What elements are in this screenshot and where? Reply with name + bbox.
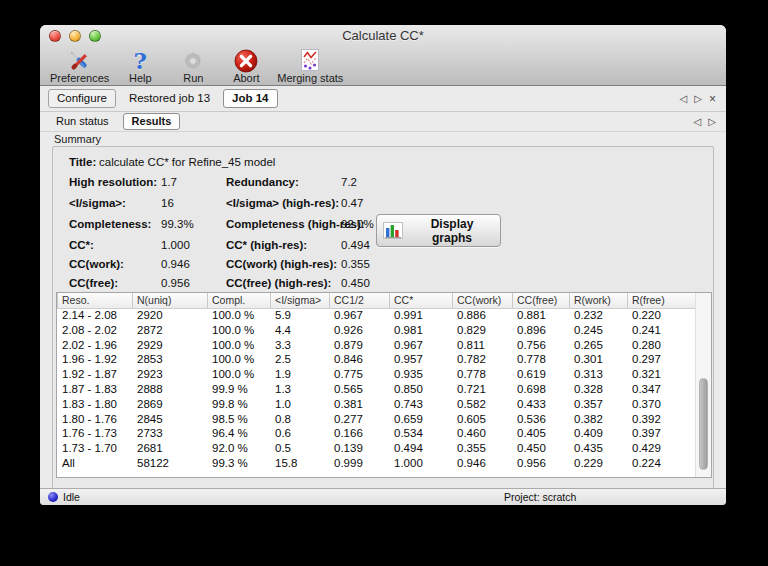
summary-value: 16 (161, 196, 174, 210)
table-cell: 0.846 (329, 352, 389, 367)
statistics-table: Reso.N(uniq)Compl.<I/sigma>CC1/2CC*CC(wo… (56, 292, 712, 478)
column-header[interactable]: N(uniq) (132, 293, 207, 308)
summary-label: Completeness: (69, 217, 151, 231)
vertical-scrollbar[interactable] (695, 293, 711, 477)
summary-label: <I/sigma> (high-res): (226, 196, 339, 210)
toolbar-label: Abort (233, 73, 259, 84)
tab-close-icon[interactable]: × (709, 94, 716, 104)
table-cell: 0.229 (569, 456, 627, 471)
table-cell: 2845 (132, 412, 207, 427)
subtab-results[interactable]: Results (123, 113, 181, 130)
column-header[interactable]: CC(free) (512, 293, 569, 308)
toolbar-label: Help (129, 73, 152, 84)
table-cell: 99.9 % (207, 382, 270, 397)
table-cell: 0.956 (512, 456, 569, 471)
preferences-button[interactable]: Preferences (50, 48, 109, 84)
table-cell: 0.460 (452, 426, 512, 441)
table-cell: 0.347 (627, 382, 696, 397)
table-body: 2.14 - 2.082920100.0 %5.90.9670.9910.886… (57, 308, 696, 477)
summary-value: 0.450 (341, 276, 370, 290)
column-header[interactable]: R(free) (627, 293, 696, 308)
summary-panel: Title: calculate CC* for Refine_45 model… (52, 146, 714, 494)
abort-button[interactable]: Abort (224, 48, 268, 84)
table-cell: 0.232 (569, 308, 627, 323)
table-cell: 15.8 (270, 456, 329, 471)
column-header[interactable]: Compl. (207, 293, 270, 308)
table-cell: 0.534 (389, 426, 452, 441)
table-cell: 0.775 (329, 367, 389, 382)
column-header[interactable]: R(work) (569, 293, 627, 308)
table-row[interactable]: 2.02 - 1.962929100.0 %3.30.8790.9670.811… (57, 338, 696, 353)
column-header[interactable]: <I/sigma> (270, 293, 329, 308)
table-cell: 0.829 (452, 323, 512, 338)
tab-job-14[interactable]: Job 14 (223, 89, 277, 108)
subtab-scroll-left-icon[interactable]: ◁ (694, 117, 702, 127)
table-row[interactable]: 1.76 - 1.73273396.4 %0.60.1660.5340.4600… (57, 426, 696, 441)
table-cell: 1.76 - 1.73 (57, 426, 132, 441)
table-cell: 0.967 (389, 338, 452, 353)
table-cell: 0.811 (452, 338, 512, 353)
table-cell: 0.328 (569, 382, 627, 397)
result-subtab-bar: Run status Results ◁ ▷ (40, 112, 726, 132)
table-cell: 1.0 (270, 397, 329, 412)
summary-title-row: Title: calculate CC* for Refine_45 model (53, 155, 713, 169)
tab-restored-job-13[interactable]: Restored job 13 (121, 90, 218, 107)
subtab-run-status[interactable]: Run status (48, 114, 117, 129)
table-cell: 0.405 (512, 426, 569, 441)
column-header[interactable]: CC* (389, 293, 452, 308)
table-row[interactable]: 1.83 - 1.80286999.8 %1.00.3810.7430.5820… (57, 397, 696, 412)
summary-value: 0.355 (341, 257, 370, 271)
summary-value: 0.946 (161, 257, 190, 271)
table-cell: 1.000 (389, 456, 452, 471)
table-row[interactable]: 1.87 - 1.83288899.9 %1.30.5650.8500.7210… (57, 382, 696, 397)
table-row[interactable]: 1.92 - 1.872923100.0 %1.90.7750.9350.778… (57, 367, 696, 382)
table-cell: 0.991 (389, 308, 452, 323)
table-cell: 92.0 % (207, 441, 270, 456)
table-cell: 0.6 (270, 426, 329, 441)
table-row[interactable]: 1.96 - 1.922853100.0 %2.50.8460.9570.782… (57, 352, 696, 367)
table-cell: 4.4 (270, 323, 329, 338)
table-row[interactable]: 2.08 - 2.022872100.0 %4.40.9260.9810.829… (57, 323, 696, 338)
table-cell: 0.265 (569, 338, 627, 353)
run-button[interactable]: Run (171, 48, 215, 84)
table-cell: 0.280 (627, 338, 696, 353)
tab-scroll-left-icon[interactable]: ◁ (680, 94, 688, 104)
column-header[interactable]: CC(work) (452, 293, 512, 308)
scrollbar-thumb[interactable] (699, 378, 708, 470)
table-cell: 0.743 (389, 397, 452, 412)
summary-title-label: Title: (69, 155, 96, 169)
table-row[interactable]: 2.14 - 2.082920100.0 %5.90.9670.9910.886… (57, 308, 696, 323)
display-graphs-label: Display graphs (410, 217, 494, 245)
table-cell: 0.139 (329, 441, 389, 456)
table-cell: 2929 (132, 338, 207, 353)
table-cell: 0.494 (389, 441, 452, 456)
help-button[interactable]: ? Help (118, 48, 162, 84)
table-row[interactable]: All5812299.3 %15.80.9991.0000.9460.9560.… (57, 456, 696, 471)
table-cell: 0.297 (627, 352, 696, 367)
column-header[interactable]: Reso. (57, 293, 132, 308)
project-label: Project: scratch (504, 491, 576, 503)
table-row[interactable]: 1.80 - 1.76284598.5 %0.80.2770.6590.6050… (57, 412, 696, 427)
table-cell: 99.8 % (207, 397, 270, 412)
table-cell: 0.370 (627, 397, 696, 412)
summary-value: 1.000 (161, 238, 190, 252)
tab-scroll-right-icon[interactable]: ▷ (694, 94, 702, 104)
summary-label: High resolution: (69, 175, 157, 189)
merging-stats-icon (298, 48, 322, 73)
app-window: Calculate CC* (40, 25, 726, 505)
table-cell: 1.73 - 1.70 (57, 441, 132, 456)
tab-configure[interactable]: Configure (48, 89, 116, 108)
merging-stats-button[interactable]: Merging stats (277, 48, 343, 84)
summary-section-label: Summary (54, 133, 714, 145)
table-cell: 0.935 (389, 367, 452, 382)
display-graphs-button[interactable]: Display graphs (376, 214, 501, 247)
column-header[interactable]: CC1/2 (329, 293, 389, 308)
title-bar[interactable]: Calculate CC* (40, 25, 726, 47)
table-row[interactable]: 1.73 - 1.70268192.0 %0.50.1390.4940.3550… (57, 441, 696, 456)
summary-row: CC(work):0.946CC(work) (high-res):0.355 (53, 257, 713, 271)
table-cell: 2.02 - 1.96 (57, 338, 132, 353)
run-gear-icon (181, 48, 205, 73)
subtab-scroll-right-icon[interactable]: ▷ (708, 117, 716, 127)
summary-title-value: calculate CC* for Refine_45 model (99, 155, 275, 169)
table-cell: 0.433 (512, 397, 569, 412)
